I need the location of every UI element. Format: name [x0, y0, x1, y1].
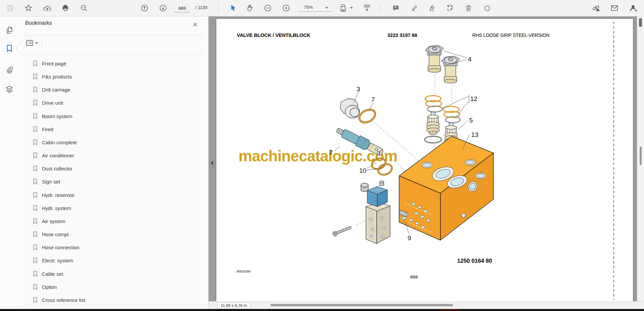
zoom-out-button[interactable]	[262, 2, 273, 14]
bookmark-icon	[33, 284, 38, 290]
bookmark-item[interactable]: Drive unit	[19, 97, 208, 108]
bookmark-item[interactable]: Option	[19, 281, 208, 292]
delete-pages-button[interactable]	[463, 2, 474, 14]
print-icon	[61, 4, 69, 12]
zoom-level-dropdown[interactable]: 75%	[298, 4, 331, 12]
solenoid-coil	[361, 181, 387, 207]
bookmark-icon	[33, 152, 38, 159]
close-panel-button[interactable]	[192, 21, 199, 28]
bookmark-label: Cabin complete	[42, 140, 77, 145]
bookmark-label: Front page	[42, 61, 66, 66]
fit-width-button[interactable]	[337, 2, 349, 14]
bookmark-icon	[33, 178, 38, 185]
add-person-button[interactable]	[628, 2, 639, 14]
fit-width-icon	[339, 4, 347, 12]
zoom-in-button[interactable]	[280, 2, 292, 14]
search-button[interactable]	[78, 2, 90, 14]
bookmark-item[interactable]: Air system	[19, 216, 208, 226]
star-button[interactable]	[23, 2, 34, 14]
select-tool-button[interactable]	[227, 2, 239, 14]
share-link-icon	[592, 4, 600, 12]
collapse-panel-button[interactable]	[210, 160, 214, 167]
highlighter-button[interactable]	[408, 2, 420, 14]
bookmark-label: Air conditioner	[42, 153, 74, 158]
bookmark-item[interactable]: Hydr. reservoir	[19, 190, 208, 200]
share-link-button[interactable]	[590, 2, 602, 14]
rotate-page-button[interactable]	[481, 2, 493, 14]
bookmark-item[interactable]: Dust collector	[19, 163, 208, 174]
scroll-mode-icon	[363, 4, 371, 12]
bookmark-item[interactable]: Electr. system	[19, 255, 208, 266]
trash-icon	[465, 4, 473, 12]
bookmark-item[interactable]: Drill carriage	[19, 84, 208, 95]
chevron-down-icon[interactable]	[350, 7, 353, 9]
signature-pen-button[interactable]	[426, 2, 437, 14]
horizontal-scrollbar-thumb[interactable]	[270, 304, 453, 306]
page-down-icon	[159, 4, 167, 12]
bookmark-label: Option	[42, 284, 57, 290]
part-callout: 13	[471, 131, 478, 138]
bookmark-item[interactable]: P&s products	[19, 71, 208, 82]
bookmark-item[interactable]: Boom system	[19, 111, 208, 121]
toolbar-separator	[218, 3, 218, 13]
bookmark-icon	[33, 271, 38, 277]
rotate-icon	[483, 4, 491, 12]
chevron-down-icon	[35, 42, 38, 44]
page-title: VALVE BLOCK / VENTILBLOCK	[237, 32, 310, 38]
fill-sign-button[interactable]	[444, 2, 456, 14]
drawing-reference: B0032280	[237, 270, 251, 273]
hand-tool-icon	[246, 4, 254, 12]
bookmark-label: P&s products	[42, 74, 72, 80]
bookmark-icon	[33, 113, 38, 119]
page-number-input[interactable]	[174, 4, 190, 12]
bookmark-options-button[interactable]	[25, 38, 40, 48]
layers-pane-button[interactable]	[5, 85, 14, 94]
bookmark-item[interactable]: Hose connection	[19, 242, 208, 253]
part-callout: 12	[470, 95, 477, 102]
bookmark-icon	[33, 126, 38, 133]
previous-page-button[interactable]	[139, 2, 150, 14]
page-number-field	[174, 4, 190, 12]
zoom-out-icon	[263, 4, 272, 12]
bookmark-item[interactable]: Hydr. system	[19, 203, 208, 213]
bookmark-icon	[33, 218, 38, 224]
part-callout: 2	[329, 149, 333, 156]
bookmark-item[interactable]: Air conditioner	[19, 150, 208, 161]
vertical-scrollbar[interactable]	[637, 16, 644, 302]
bookmark-label: Hose connection	[42, 245, 79, 250]
bookmark-item[interactable]: Cross reference list	[19, 295, 208, 305]
print-button[interactable]	[60, 2, 71, 14]
scroll-mode-button[interactable]	[361, 2, 373, 14]
comment-button[interactable]	[390, 2, 401, 14]
attachments-icon	[5, 65, 14, 74]
share-upload-button[interactable]	[42, 2, 53, 14]
bookmark-item[interactable]: Front page	[19, 58, 208, 69]
assembly-number: 1250 0164 80	[457, 258, 492, 264]
comment-icon	[392, 4, 400, 12]
bookmark-item[interactable]: Sign set	[19, 176, 208, 187]
hand-tool-button[interactable]	[245, 2, 256, 14]
bookmark-label: Hose compl.	[42, 231, 70, 237]
bookmark-icon	[33, 100, 38, 106]
page-thumbnails-icon	[5, 26, 14, 35]
vertical-scrollbar-thumb[interactable]	[639, 18, 642, 27]
bookmark-label: Hydr. system	[42, 205, 71, 211]
page-thumbnails-button[interactable]	[5, 25, 14, 35]
bookmark-icon	[33, 60, 38, 67]
bookmark-icon	[33, 139, 38, 146]
bookmark-item[interactable]: Hose compl.	[19, 229, 208, 240]
attachments-pane-button[interactable]	[5, 65, 14, 74]
options-list-icon	[25, 39, 34, 47]
save-icon	[6, 4, 14, 12]
bookmark-item[interactable]: Feed	[19, 124, 208, 135]
bookmarks-pane-button[interactable]	[5, 44, 14, 53]
bookmark-item[interactable]: Cabin complete	[19, 137, 208, 148]
save-button[interactable]	[4, 2, 16, 14]
next-page-button[interactable]	[157, 2, 169, 14]
part-callout: 3	[357, 86, 360, 93]
bookmark-item[interactable]: Cable set	[19, 268, 208, 279]
bookmark-label: Sign set	[42, 179, 60, 185]
email-button[interactable]	[609, 2, 620, 14]
bookmark-label: Drill carriage	[42, 87, 70, 93]
bookmark-label: Drive unit	[42, 100, 63, 106]
